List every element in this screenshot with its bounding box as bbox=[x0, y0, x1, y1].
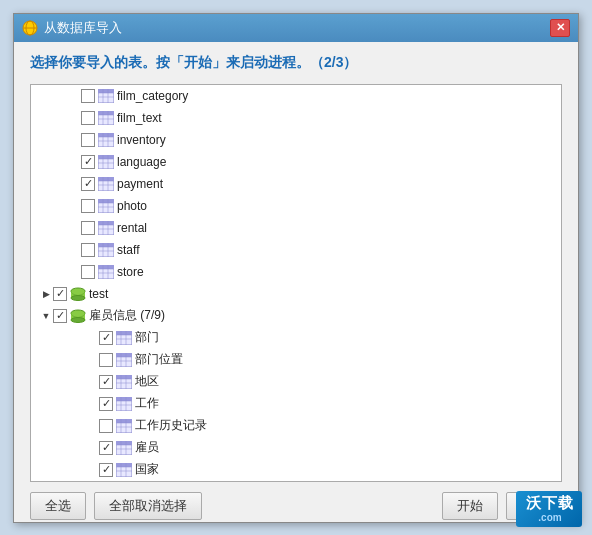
expander-icon: ▶ bbox=[39, 287, 53, 301]
list-item[interactable]: store bbox=[31, 261, 561, 283]
list-item[interactable]: rental bbox=[31, 217, 561, 239]
table-list[interactable]: film_category film_text inventory langua… bbox=[30, 84, 562, 482]
watermark-line2: .com bbox=[538, 512, 561, 524]
list-item[interactable]: 雇员 bbox=[31, 437, 561, 459]
table-icon bbox=[98, 243, 114, 257]
watermark-box: 沃下载 .com bbox=[516, 491, 582, 527]
item-checkbox[interactable] bbox=[81, 155, 95, 169]
svg-rect-64 bbox=[116, 331, 132, 335]
item-label: 工作 bbox=[135, 395, 159, 412]
table-icon bbox=[98, 221, 114, 235]
expander-icon bbox=[67, 221, 81, 235]
item-label: 雇员 bbox=[135, 439, 159, 456]
svg-rect-34 bbox=[98, 199, 114, 203]
item-label: 国家 bbox=[135, 461, 159, 478]
expander-icon: ▼ bbox=[39, 309, 53, 323]
item-checkbox[interactable] bbox=[99, 331, 113, 345]
item-checkbox[interactable] bbox=[81, 199, 95, 213]
table-icon bbox=[116, 353, 132, 367]
expander-icon bbox=[67, 243, 81, 257]
expander-icon bbox=[85, 375, 99, 389]
select-all-button[interactable]: 全选 bbox=[30, 492, 86, 520]
list-item[interactable]: 国家 bbox=[31, 459, 561, 481]
svg-rect-4 bbox=[98, 89, 114, 93]
watermark: 沃下载 .com bbox=[516, 491, 582, 527]
expander-icon bbox=[67, 265, 81, 279]
expander-icon bbox=[67, 199, 81, 213]
item-checkbox[interactable] bbox=[81, 89, 95, 103]
svg-rect-22 bbox=[98, 155, 114, 159]
list-item[interactable]: 工作历史记录 bbox=[31, 415, 561, 437]
list-item[interactable]: ▶ test bbox=[31, 283, 561, 305]
item-label: 部门 bbox=[135, 329, 159, 346]
item-checkbox[interactable] bbox=[99, 419, 113, 433]
item-label: 部门位置 bbox=[135, 351, 183, 368]
svg-rect-16 bbox=[98, 133, 114, 137]
item-checkbox[interactable] bbox=[81, 221, 95, 235]
item-label: rental bbox=[117, 221, 147, 235]
expander-icon bbox=[85, 353, 99, 367]
expander-icon bbox=[67, 133, 81, 147]
item-checkbox[interactable] bbox=[81, 111, 95, 125]
svg-rect-88 bbox=[116, 419, 132, 423]
expander-icon bbox=[85, 463, 99, 477]
item-label: film_category bbox=[117, 89, 188, 103]
svg-rect-76 bbox=[116, 375, 132, 379]
window-title: 从数据库导入 bbox=[44, 19, 122, 37]
svg-rect-10 bbox=[98, 111, 114, 115]
item-checkbox[interactable] bbox=[53, 287, 67, 301]
table-icon bbox=[116, 419, 132, 433]
item-checkbox[interactable] bbox=[99, 397, 113, 411]
svg-point-62 bbox=[71, 317, 85, 322]
expander-icon bbox=[85, 397, 99, 411]
item-checkbox[interactable] bbox=[81, 243, 95, 257]
list-item[interactable]: language bbox=[31, 151, 561, 173]
list-item[interactable]: 部门 bbox=[31, 327, 561, 349]
item-label: test bbox=[89, 287, 108, 301]
table-icon bbox=[98, 265, 114, 279]
list-item[interactable]: 部门位置 bbox=[31, 349, 561, 371]
expander-icon bbox=[67, 111, 81, 125]
item-label: 雇员信息 (7/9) bbox=[89, 307, 165, 324]
item-checkbox[interactable] bbox=[81, 133, 95, 147]
app-icon bbox=[22, 20, 38, 36]
item-checkbox[interactable] bbox=[81, 177, 95, 191]
item-checkbox[interactable] bbox=[99, 375, 113, 389]
item-checkbox[interactable] bbox=[99, 353, 113, 367]
list-item[interactable]: film_text bbox=[31, 107, 561, 129]
title-bar-left: 从数据库导入 bbox=[22, 19, 122, 37]
list-item[interactable]: staff bbox=[31, 239, 561, 261]
svg-rect-28 bbox=[98, 177, 114, 181]
item-label: store bbox=[117, 265, 144, 279]
list-item[interactable]: 工作 bbox=[31, 393, 561, 415]
expander-icon bbox=[85, 441, 99, 455]
list-item[interactable]: photo bbox=[31, 195, 561, 217]
svg-rect-70 bbox=[116, 353, 132, 357]
instruction-text: 选择你要导入的表。按「开始」来启动进程。（2/3） bbox=[30, 54, 562, 72]
item-label: language bbox=[117, 155, 166, 169]
close-button[interactable]: ✕ bbox=[550, 19, 570, 37]
content-area: 选择你要导入的表。按「开始」来启动进程。（2/3） film_category … bbox=[14, 42, 578, 532]
deselect-all-button[interactable]: 全部取消选择 bbox=[94, 492, 202, 520]
svg-rect-82 bbox=[116, 397, 132, 401]
item-checkbox[interactable] bbox=[99, 441, 113, 455]
table-icon bbox=[98, 177, 114, 191]
table-icon bbox=[116, 397, 132, 411]
table-icon bbox=[116, 375, 132, 389]
item-checkbox[interactable] bbox=[99, 463, 113, 477]
list-item[interactable]: payment bbox=[31, 173, 561, 195]
item-label: staff bbox=[117, 243, 139, 257]
list-item[interactable]: ▼ 雇员信息 (7/9) bbox=[31, 305, 561, 327]
item-checkbox[interactable] bbox=[53, 309, 67, 323]
table-icon bbox=[116, 331, 132, 345]
svg-point-59 bbox=[71, 295, 85, 300]
svg-rect-52 bbox=[98, 265, 114, 269]
db-icon bbox=[70, 309, 86, 323]
table-icon bbox=[116, 463, 132, 477]
item-checkbox[interactable] bbox=[81, 265, 95, 279]
list-item[interactable]: film_category bbox=[31, 85, 561, 107]
list-item[interactable]: 地区 bbox=[31, 371, 561, 393]
item-label: inventory bbox=[117, 133, 166, 147]
list-item[interactable]: inventory bbox=[31, 129, 561, 151]
start-button[interactable]: 开始 bbox=[442, 492, 498, 520]
